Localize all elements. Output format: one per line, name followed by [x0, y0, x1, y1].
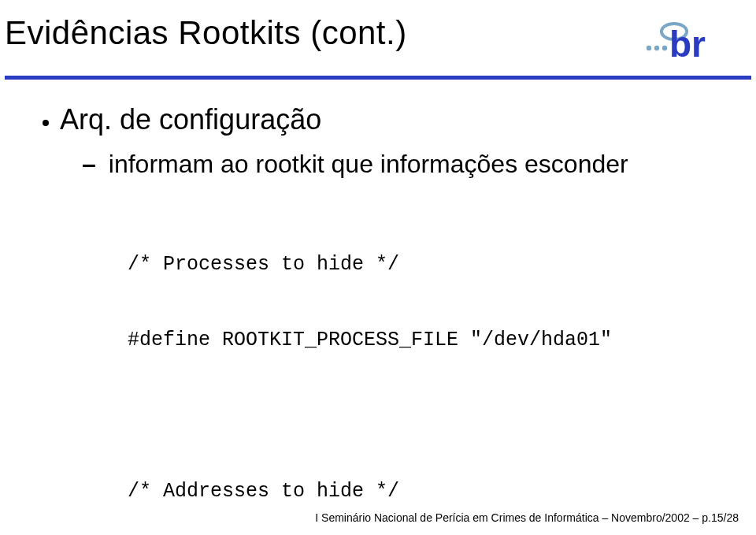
- sub-bullet-text: informam ao rootkit que informações esco…: [109, 147, 628, 181]
- code-block: /* Processes to hide */ #define ROOTKIT_…: [128, 202, 724, 535]
- svg-point-2: [662, 46, 667, 50]
- code-line: /* Addresses to hide */: [128, 479, 724, 504]
- bullet-text: Arq. de configuração: [60, 103, 321, 136]
- svg-point-0: [647, 46, 651, 50]
- sub-bullet-item: – informam ao rootkit que informações es…: [82, 147, 724, 181]
- svg-point-1: [654, 46, 659, 50]
- svg-text:br: br: [669, 24, 706, 63]
- slide-footer: I Seminário Nacional de Perícia em Crime…: [315, 511, 739, 524]
- br-logo: br: [644, 19, 739, 66]
- bullet-item: Arq. de configuração: [43, 103, 724, 136]
- slide-content: Arq. de configuração – informam ao rootk…: [0, 80, 756, 535]
- logo-svg: br: [644, 19, 739, 63]
- bullet-dot-icon: [43, 120, 49, 126]
- slide-header: Evidências Rootkits (cont.) br: [0, 0, 756, 66]
- page-title: Evidências Rootkits (cont.): [5, 14, 407, 52]
- dash-icon: –: [82, 151, 96, 176]
- code-line: #define ROOTKIT_PROCESS_FILE "/dev/hda01…: [128, 328, 724, 353]
- code-line: [128, 403, 724, 429]
- code-line: /* Processes to hide */: [128, 252, 724, 277]
